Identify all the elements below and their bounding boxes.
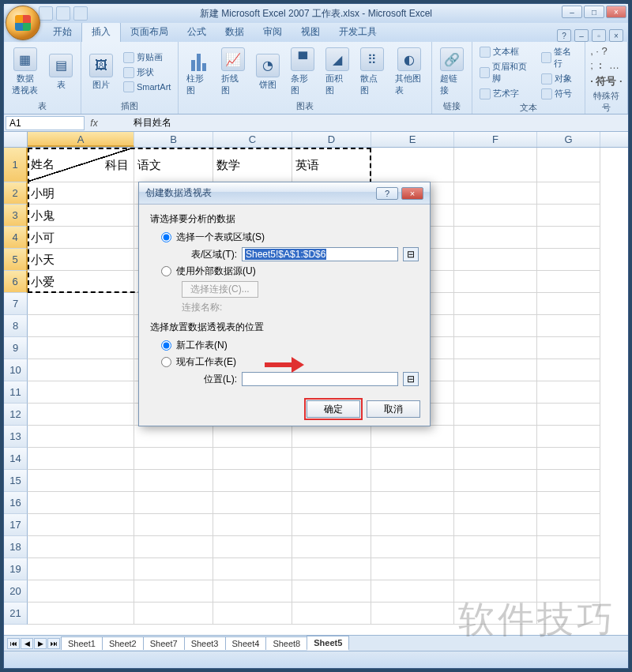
doc-minimize-button[interactable]: –: [574, 29, 589, 42]
sheet-tab[interactable]: Sheet8: [265, 636, 307, 650]
cell[interactable]: [292, 514, 371, 536]
cell[interactable]: [454, 271, 537, 293]
cell[interactable]: [454, 492, 537, 514]
tab-review[interactable]: 审阅: [254, 22, 292, 42]
tab-first-icon[interactable]: ⏮: [7, 638, 20, 649]
cell[interactable]: [454, 603, 537, 625]
cell[interactable]: [537, 359, 600, 381]
tab-dev[interactable]: 开发工具: [329, 22, 386, 42]
cell[interactable]: [28, 337, 134, 359]
cell[interactable]: [454, 448, 537, 470]
cell[interactable]: [28, 426, 134, 448]
cell[interactable]: 数学: [213, 148, 292, 182]
doc-close-button[interactable]: ×: [609, 29, 623, 42]
cell[interactable]: [371, 603, 454, 625]
cell[interactable]: [454, 426, 537, 448]
area-chart-button[interactable]: ◢面积图: [322, 46, 352, 98]
cell[interactable]: [213, 580, 292, 603]
cell[interactable]: [537, 148, 600, 182]
cell[interactable]: [537, 381, 600, 404]
bar-chart-button[interactable]: ▀条形图: [288, 46, 318, 98]
tab-next-icon[interactable]: ▶: [34, 638, 47, 649]
tab-prev-icon[interactable]: ◀: [21, 638, 33, 649]
col-header-C[interactable]: C: [213, 132, 292, 147]
cell[interactable]: [292, 448, 371, 470]
cell[interactable]: [537, 536, 600, 558]
radio-existing-sheet[interactable]: [161, 357, 171, 367]
tab-formula[interactable]: 公式: [178, 22, 216, 42]
table-button[interactable]: ▤表: [46, 52, 76, 92]
cell[interactable]: [454, 205, 537, 227]
tab-start[interactable]: 开始: [43, 22, 81, 42]
dialog-close-button[interactable]: ×: [401, 187, 423, 200]
row-header[interactable]: 6: [4, 271, 28, 293]
sheet-tab[interactable]: Sheet3: [184, 636, 226, 650]
cell[interactable]: [537, 249, 600, 271]
row-header[interactable]: 8: [4, 315, 28, 337]
cell[interactable]: [28, 470, 134, 492]
cell[interactable]: [28, 359, 134, 381]
cell[interactable]: [213, 492, 292, 514]
radio-external-data[interactable]: [161, 266, 171, 276]
cell[interactable]: [371, 492, 454, 514]
cell[interactable]: [213, 470, 292, 492]
cell[interactable]: [292, 492, 371, 514]
tab-layout[interactable]: 页面布局: [121, 22, 178, 42]
cell[interactable]: [134, 603, 213, 625]
cell[interactable]: 英语: [292, 148, 371, 182]
cell[interactable]: [454, 558, 537, 580]
cell[interactable]: [292, 580, 371, 603]
collapse-dialog-icon[interactable]: ⊟: [403, 247, 419, 261]
cell[interactable]: [213, 514, 292, 536]
header-footer-button[interactable]: 页眉和页脚: [477, 60, 534, 85]
cell[interactable]: [292, 470, 371, 492]
cell[interactable]: [537, 205, 600, 227]
row-header[interactable]: 5: [4, 249, 28, 271]
shapes-button[interactable]: 形状: [121, 66, 173, 79]
col-header-B[interactable]: B: [134, 132, 213, 147]
col-header-F[interactable]: F: [454, 132, 537, 147]
cell[interactable]: [292, 603, 371, 625]
cell[interactable]: [213, 536, 292, 558]
cell[interactable]: [537, 271, 600, 293]
ok-button[interactable]: 确定: [307, 400, 360, 418]
row-header[interactable]: 3: [4, 205, 28, 227]
tab-view[interactable]: 视图: [292, 22, 329, 42]
cell[interactable]: [537, 514, 600, 536]
row-header[interactable]: 21: [4, 603, 28, 625]
cancel-button[interactable]: 取消: [367, 400, 420, 418]
cell[interactable]: [537, 580, 600, 603]
cell[interactable]: [537, 426, 600, 448]
qat-save-icon[interactable]: [39, 6, 53, 21]
cell[interactable]: [213, 558, 292, 580]
fx-icon[interactable]: fx: [86, 118, 102, 129]
cell[interactable]: [134, 558, 213, 580]
cell[interactable]: [537, 603, 600, 625]
row-header[interactable]: 1: [4, 148, 28, 182]
row-header[interactable]: 20: [4, 580, 28, 603]
row-header[interactable]: 15: [4, 470, 28, 492]
tab-last-icon[interactable]: ⏭: [47, 638, 60, 649]
row-header[interactable]: 14: [4, 448, 28, 470]
cell[interactable]: [28, 315, 134, 337]
wordart-button[interactable]: 艺术字: [477, 87, 534, 100]
cell[interactable]: [454, 249, 537, 271]
col-header-G[interactable]: G: [537, 132, 600, 147]
cell[interactable]: [454, 514, 537, 536]
minimize-button[interactable]: –: [562, 6, 582, 18]
cell[interactable]: [371, 580, 454, 603]
cell[interactable]: [134, 470, 213, 492]
cell[interactable]: [537, 293, 600, 315]
radio-select-range[interactable]: [161, 232, 171, 242]
cell[interactable]: [537, 404, 600, 426]
cell[interactable]: [454, 580, 537, 603]
cell[interactable]: [454, 337, 537, 359]
cell[interactable]: [371, 148, 454, 182]
cell[interactable]: [371, 426, 454, 448]
cell[interactable]: [454, 381, 537, 404]
select-all-corner[interactable]: [4, 132, 28, 147]
cell[interactable]: [28, 448, 134, 470]
row-header[interactable]: 7: [4, 293, 28, 315]
cell[interactable]: 语文: [134, 148, 213, 182]
cell[interactable]: 小可: [28, 227, 134, 249]
